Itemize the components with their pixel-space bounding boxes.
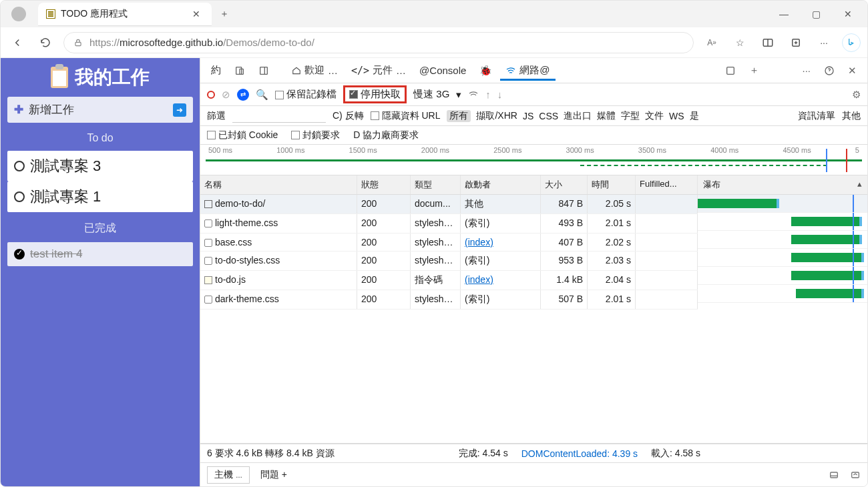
col-waterfall[interactable]: 瀑布 <box>703 179 720 191</box>
split-screen-button[interactable] <box>758 33 778 53</box>
request-row[interactable]: dark-theme.css200styleshe...(索引)507 B2.0… <box>200 290 698 310</box>
sort-icon[interactable]: ▴ <box>857 179 862 191</box>
request-row[interactable]: demo-to-do/200docum...其他847 B2.05 s <box>200 195 698 214</box>
filter-css[interactable]: CSS <box>539 111 558 121</box>
col-name[interactable]: 名稱 <box>200 175 357 194</box>
tab-strip: TODO 應用程式 ✕ ＋ — ▢ ✕ <box>1 1 867 27</box>
filter-media[interactable]: 媒體 <box>597 110 616 122</box>
filter-all[interactable]: 所有 <box>447 110 471 122</box>
drawer-dock-icon[interactable] <box>829 470 839 480</box>
tab-elements[interactable]: </>元件… <box>346 60 411 81</box>
col-size[interactable]: 大小 <box>541 175 588 194</box>
search-icon[interactable]: 🔍 <box>256 89 268 101</box>
filter-input[interactable] <box>232 109 326 123</box>
drawer-console-tab[interactable]: 主機 … <box>207 466 250 484</box>
refresh-button[interactable] <box>35 33 55 53</box>
read-aloud-button[interactable]: A» <box>702 33 722 53</box>
close-devtools-icon[interactable]: ✕ <box>843 61 862 81</box>
blocked-cookie-checkbox[interactable]: 已封鎖 Cookie <box>207 129 278 141</box>
device-emulation-icon[interactable] <box>229 61 250 80</box>
close-tab-icon[interactable]: ✕ <box>189 7 204 21</box>
waterfall-row[interactable] <box>698 231 867 249</box>
record-button[interactable] <box>207 91 215 99</box>
settings-icon[interactable]: ⚙ <box>852 89 861 101</box>
waterfall-row[interactable] <box>698 285 867 303</box>
request-row[interactable]: to-do-styles.css200styleshe...(索引)953 B2… <box>200 252 698 271</box>
filter-font[interactable]: 字型 <box>621 110 640 122</box>
close-window-button[interactable]: ✕ <box>833 4 863 24</box>
filter-wasm[interactable]: 是 <box>690 110 699 122</box>
filter-manifest[interactable]: 資訊清單 <box>798 110 835 122</box>
dock-icon[interactable] <box>253 61 274 80</box>
filter-toggle-icon[interactable]: ⇄ <box>237 89 249 101</box>
checkbox-icon[interactable] <box>14 161 25 171</box>
request-row[interactable]: to-do.js200指令碼(index)1.4 kB2.04 s <box>200 271 698 290</box>
filter-doc[interactable]: 文件 <box>645 110 664 122</box>
overview-timeline[interactable]: 500 ms1000 ms1500 ms2000 ms2500 ms3000 m… <box>200 145 867 175</box>
throttling-select[interactable]: 慢速 3G <box>413 88 449 101</box>
col-time[interactable]: 時間 <box>588 175 636 194</box>
hide-dataurl-checkbox[interactable]: 隱藏資料 URL <box>371 110 441 122</box>
col-status[interactable]: 狀態 <box>357 175 411 194</box>
favorite-button[interactable]: ☆ <box>730 33 750 53</box>
waterfall-row[interactable] <box>698 249 867 267</box>
back-button[interactable] <box>7 33 27 53</box>
upload-icon[interactable]: ↑ <box>485 89 491 100</box>
preserve-log-checkbox[interactable]: 保留記錄檔 <box>275 88 337 101</box>
profile-avatar-icon[interactable] <box>11 7 26 21</box>
address-bar-row: https://microsoftedge.github.io/Demos/de… <box>1 27 867 58</box>
done-text: test item 4 <box>30 248 82 261</box>
section-todo: To do <box>7 132 193 144</box>
download-icon[interactable]: ↓ <box>497 89 503 100</box>
tab-network[interactable]: 網路@ <box>500 60 555 81</box>
request-row[interactable]: light-theme.css200styleshe...(索引)493 B2.… <box>200 214 698 233</box>
minimize-button[interactable]: — <box>769 4 799 24</box>
checkbox-icon[interactable] <box>14 191 25 202</box>
lock-icon <box>73 38 83 47</box>
offline-icon[interactable] <box>468 89 479 100</box>
tab-about[interactable]: 約 <box>206 60 226 81</box>
filter-js[interactable]: JS <box>523 111 533 121</box>
filter-img[interactable]: 進出口 <box>564 110 592 122</box>
drawer-collapse-icon[interactable] <box>850 470 861 480</box>
disable-cache-checkbox[interactable]: 停用快取 <box>343 85 407 103</box>
help-icon[interactable] <box>819 61 840 80</box>
col-fulfilled[interactable]: Fulfilled... <box>636 175 698 194</box>
waterfall-row[interactable] <box>698 195 867 213</box>
bing-button[interactable] <box>842 33 861 52</box>
more-button[interactable]: ··· <box>814 33 834 53</box>
col-initiator[interactable]: 啟動者 <box>461 175 541 194</box>
new-panel-icon[interactable]: ＋ <box>744 60 765 81</box>
bug-icon[interactable]: 🐞 <box>474 61 497 81</box>
add-task-input[interactable]: ✚ 新增工作 ➜ <box>7 97 193 123</box>
filter-bar: 篩選 C) 反轉 隱藏資料 URL 所有 擷取/XHR JS CSS 進出口 媒… <box>200 106 867 126</box>
checkbox-checked-icon[interactable] <box>14 249 25 260</box>
new-tab-button[interactable]: ＋ <box>217 7 232 21</box>
plus-icon: ✚ <box>14 103 23 117</box>
collections-button[interactable] <box>786 33 806 53</box>
invert-filter[interactable]: C) 反轉 <box>333 110 364 122</box>
address-bar[interactable]: https://microsoftedge.github.io/Demos/de… <box>63 32 694 53</box>
devtools-more-icon[interactable]: ··· <box>797 61 816 80</box>
detach-icon[interactable] <box>720 61 741 80</box>
tab-console[interactable]: @Console <box>414 61 471 80</box>
throttling-dropdown-icon[interactable]: ▾ <box>456 89 461 101</box>
waterfall-row[interactable] <box>698 267 867 285</box>
waterfall-row[interactable] <box>698 213 867 231</box>
clear-button[interactable]: ⊘ <box>222 89 230 101</box>
todo-item[interactable]: 測試專案 1 <box>7 181 193 212</box>
tab-welcome[interactable]: 歡迎… <box>286 60 343 81</box>
done-item[interactable]: test item 4 <box>7 242 193 266</box>
svg-rect-5 <box>260 67 268 74</box>
filter-other[interactable]: 其他 <box>842 110 861 122</box>
col-type[interactable]: 類型 <box>411 175 461 194</box>
submit-task-button[interactable]: ➜ <box>173 103 186 117</box>
drawer-issues-tab[interactable]: 問題 + <box>260 469 287 481</box>
block-request-checkbox[interactable]: 封鎖要求 <box>291 129 340 141</box>
filter-xhr[interactable]: 擷取/XHR <box>476 110 517 122</box>
filter-ws[interactable]: WS <box>669 111 684 121</box>
request-row[interactable]: base.css200styleshe...(index)407 B2.02 s <box>200 233 698 252</box>
maximize-button[interactable]: ▢ <box>801 4 831 24</box>
browser-tab[interactable]: TODO 應用程式 ✕ <box>38 3 212 25</box>
todo-item[interactable]: 測試專案 3 <box>7 151 193 181</box>
